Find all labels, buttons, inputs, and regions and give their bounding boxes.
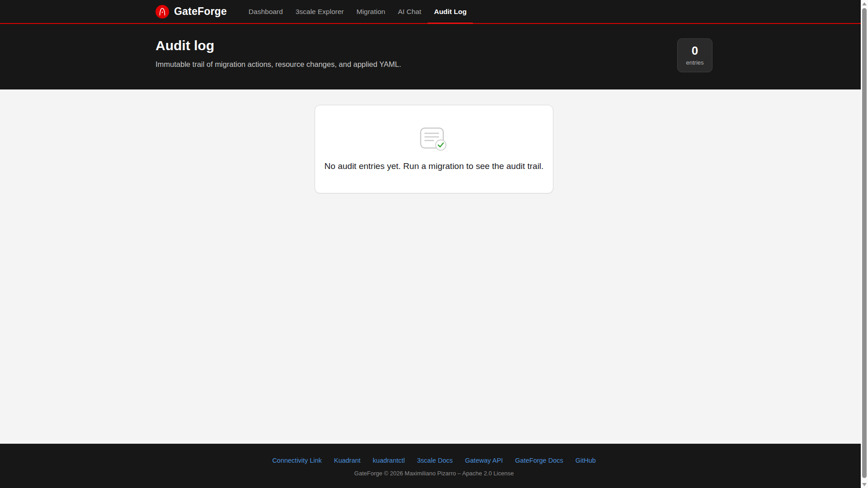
audit-empty-state-card: No audit entries yet. Run a migration to… — [315, 105, 553, 193]
nav-item-audit-log[interactable]: Audit Log — [428, 0, 473, 23]
main-content: No audit entries yet. Run a migration to… — [0, 89, 868, 444]
nav-item-dashboard[interactable]: Dashboard — [242, 0, 289, 23]
footer-link-github[interactable]: GitHub — [576, 457, 596, 464]
page-title: Audit log — [156, 38, 401, 54]
top-navbar: GateForge Dashboard 3scale Explorer Migr… — [0, 0, 868, 24]
footer: Connectivity Link Kuadrant kuadrantctl 3… — [0, 444, 868, 488]
footer-link-kuadrant[interactable]: Kuadrant — [334, 457, 361, 464]
entries-count-value: 0 — [678, 44, 712, 57]
vertical-scrollbar[interactable] — [861, 0, 868, 488]
main-nav: Dashboard 3scale Explorer Migration AI C… — [242, 0, 473, 23]
footer-link-gateway-api[interactable]: Gateway API — [465, 457, 503, 464]
footer-link-3scale-docs[interactable]: 3scale Docs — [417, 457, 453, 464]
page: GateForge Dashboard 3scale Explorer Migr… — [0, 0, 868, 488]
nav-item-3scale-explorer[interactable]: 3scale Explorer — [289, 0, 350, 23]
footer-link-connectivity-link[interactable]: Connectivity Link — [272, 457, 322, 464]
page-subtitle: Immutable trail of migration actions, re… — [156, 60, 401, 69]
gateforge-logo-icon — [156, 5, 169, 19]
entries-count-label: entries — [678, 59, 712, 66]
scrollbar-thumb[interactable] — [862, 8, 867, 478]
page-header: Audit log Immutable trail of migration a… — [0, 24, 868, 89]
scrollbar-up-arrow-icon[interactable] — [861, 0, 868, 7]
footer-link-gateforge-docs[interactable]: GateForge Docs — [515, 457, 563, 464]
nav-item-ai-chat[interactable]: AI Chat — [392, 0, 428, 23]
copyright-text: GateForge © 2026 Maximiliano Pizarro – A… — [354, 470, 514, 477]
entries-count-box: 0 entries — [677, 38, 712, 72]
brand[interactable]: GateForge — [156, 5, 227, 19]
brand-name: GateForge — [174, 5, 227, 18]
empty-state-message: No audit entries yet. Run a migration to… — [325, 161, 544, 171]
footer-links: Connectivity Link Kuadrant kuadrantctl 3… — [272, 457, 596, 464]
nav-item-migration[interactable]: Migration — [350, 0, 392, 23]
footer-link-kuadrantctl[interactable]: kuadrantctl — [373, 457, 405, 464]
page-header-text: Audit log Immutable trail of migration a… — [156, 38, 401, 69]
scrollbar-down-arrow-icon[interactable] — [861, 481, 868, 488]
document-check-icon — [420, 127, 448, 151]
